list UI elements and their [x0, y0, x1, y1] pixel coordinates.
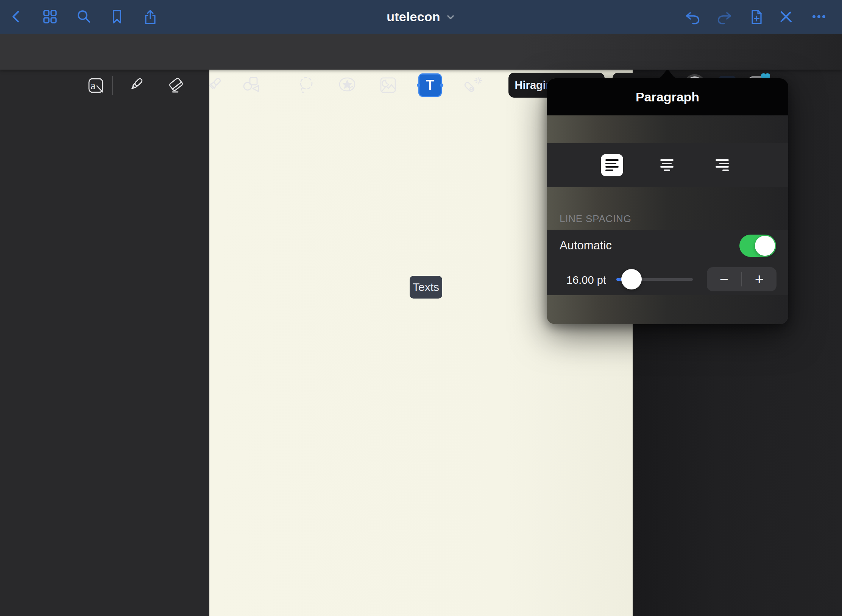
text-object-label: Texts: [413, 281, 439, 294]
line-spacing-value: 16.00 pt: [566, 274, 606, 286]
increase-button[interactable]: +: [742, 271, 777, 288]
svg-text:a: a: [90, 79, 95, 92]
workspace-background-left: [0, 70, 209, 616]
toolbar-divider: [112, 76, 113, 95]
popover-arrow: [655, 67, 680, 79]
chevron-down-icon: [446, 12, 455, 22]
eraser-tool[interactable]: [166, 75, 186, 95]
text-tool[interactable]: T: [418, 73, 442, 97]
text-tool-handle: [440, 84, 443, 87]
undo-button[interactable]: [685, 8, 701, 25]
document-title: utelecon: [387, 9, 440, 24]
decrease-button[interactable]: −: [707, 271, 741, 288]
crossed-pen-icon: [778, 8, 794, 25]
stop-editing-button[interactable]: [778, 8, 794, 25]
automatic-toggle[interactable]: [739, 235, 776, 257]
lasso-tool[interactable]: [296, 75, 316, 95]
text-tool-handle: [417, 84, 420, 87]
more-button[interactable]: [811, 8, 827, 25]
zoom-window-icon: a: [86, 75, 105, 95]
shapes-tool[interactable]: [241, 75, 261, 95]
add-page-icon: [748, 8, 764, 25]
image-tool[interactable]: [378, 75, 398, 95]
text-tool-glyph: T: [426, 77, 434, 93]
line-spacing-slider[interactable]: [616, 268, 693, 291]
toggle-knob: [755, 236, 775, 256]
paragraph-popover: Paragraph LINE SPACING Automatic: [547, 78, 788, 324]
line-spacing-controls: Automatic 16.00 pt − +: [547, 230, 788, 295]
popover-header: Paragraph: [547, 78, 788, 115]
redo-button[interactable]: [716, 8, 733, 25]
top-navigation-bar: utelecon: [0, 0, 842, 34]
add-page-button[interactable]: [748, 8, 764, 25]
highlighter-icon: [205, 75, 225, 95]
alignment-options-row: [547, 143, 788, 187]
align-left-option[interactable]: [601, 154, 623, 176]
pen-tool[interactable]: [126, 75, 146, 95]
tool-bar: a: [0, 34, 842, 70]
pen-icon: [126, 75, 146, 95]
laser-pointer-tool[interactable]: [463, 75, 482, 95]
shapes-icon: [241, 75, 261, 95]
line-spacing-stepper: − +: [707, 267, 777, 291]
eraser-icon: [166, 75, 186, 95]
laser-pointer-icon: [463, 75, 482, 95]
lasso-icon: [296, 75, 316, 95]
align-center-option[interactable]: [656, 154, 678, 176]
ellipsis-icon: [811, 8, 827, 25]
image-icon: [378, 75, 398, 95]
elements-tool[interactable]: [337, 75, 357, 95]
redo-icon: [716, 8, 733, 25]
automatic-label: Automatic: [560, 239, 612, 252]
align-right-option[interactable]: [711, 154, 733, 176]
app-screen: utelecon: [0, 0, 842, 616]
line-spacing-section-label: LINE SPACING: [560, 213, 632, 225]
popover-title: Paragraph: [636, 90, 699, 104]
highlighter-tool[interactable]: [205, 75, 225, 95]
undo-icon: [685, 8, 701, 25]
popover-body: Paragraph LINE SPACING Automatic: [547, 78, 788, 324]
slider-knob[interactable]: [621, 269, 642, 289]
zoom-window-tool[interactable]: a: [86, 75, 105, 95]
text-object[interactable]: Texts: [410, 276, 442, 299]
sticker-star-icon: [337, 75, 357, 95]
